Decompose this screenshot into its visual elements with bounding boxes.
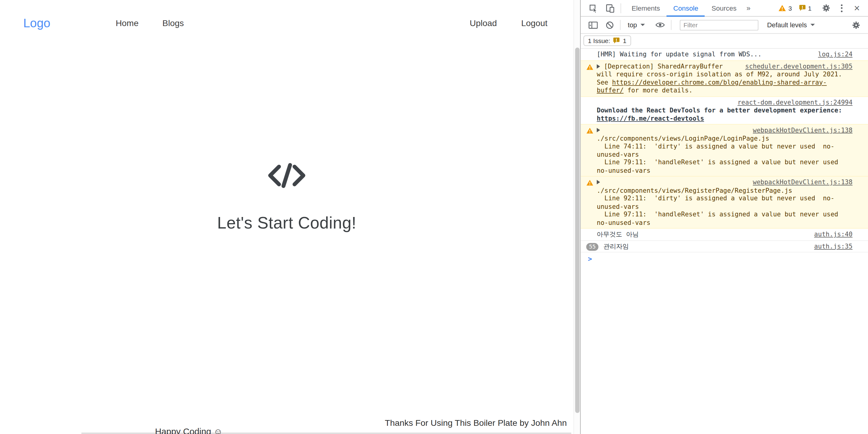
log-levels-selector[interactable]: Default levels [764, 21, 818, 29]
console-message: 55 auth.js:35 관리자임 [581, 241, 868, 252]
source-link[interactable]: auth.js:40 [814, 230, 852, 238]
close-devtools-icon[interactable]: × [850, 1, 864, 15]
console-warning-message: webpackHotDevClient.js:138 ./src/compone… [581, 124, 868, 177]
filter-input[interactable] [680, 20, 758, 30]
console-sidebar-toggle-icon[interactable] [586, 18, 599, 32]
expand-caret-icon[interactable] [597, 180, 600, 185]
page-scrollbar[interactable] [574, 0, 580, 434]
repeat-count-badge: 55 [586, 243, 598, 251]
chevron-down-icon [810, 24, 815, 26]
tab-elements[interactable]: Elements [625, 0, 666, 17]
clear-console-icon[interactable] [603, 18, 616, 32]
issue-bubble-icon [799, 4, 806, 12]
source-link[interactable]: webpackHotDevClient.js:138 [753, 178, 852, 186]
nav-item-logout[interactable]: Logout [521, 18, 548, 28]
warning-triangle-icon [778, 4, 786, 12]
page-title: Let's Start Coding! [0, 214, 574, 232]
web-page: Logo Home Blogs Upload Logout Let's Star… [0, 0, 574, 434]
console-messages: log.js:24 [HMR] Waiting for update signa… [581, 49, 868, 434]
footer-thanks-text: Thanks For Using This Boiler Plate by Jo… [385, 418, 567, 428]
issues-bar: 1 Issue: 1 [581, 34, 868, 49]
tab-sources[interactable]: Sources [705, 0, 743, 17]
live-expression-eye-icon[interactable] [654, 18, 667, 32]
devtools-settings-icon[interactable] [819, 1, 833, 15]
devtools-panel: Elements Console Sources » 3 1 [580, 0, 868, 434]
source-link[interactable]: webpackHotDevClient.js:138 [753, 126, 852, 134]
warning-triangle-icon [586, 63, 593, 72]
nav-item-blogs[interactable]: Blogs [162, 18, 184, 28]
console-message-text: ./src/components/views/RegisterPage/Regi… [597, 186, 852, 226]
more-tabs-icon[interactable]: » [743, 4, 754, 12]
console-warning-message: webpackHotDevClient.js:138 ./src/compone… [581, 176, 868, 229]
console-warning-message: scheduler.development.js:305 [Deprecatio… [581, 60, 868, 97]
issues-chip[interactable]: 1 Issue: 1 [583, 35, 631, 46]
warnings-count-badge[interactable]: 3 [778, 4, 792, 12]
console-prompt[interactable]: > [581, 252, 868, 264]
device-toolbar-icon[interactable] [603, 1, 617, 15]
source-link[interactable]: scheduler.development.js:305 [745, 62, 852, 70]
prompt-chevron-icon: > [588, 255, 592, 263]
warning-triangle-icon [586, 127, 593, 136]
inspect-element-icon[interactable] [587, 1, 600, 15]
console-toolbar: top Default levels [581, 17, 868, 34]
toolbar-divider [671, 20, 671, 30]
context-selector[interactable]: top [624, 21, 648, 29]
logo-link[interactable]: Logo [23, 16, 50, 30]
warning-triangle-icon [586, 179, 593, 188]
footer-happy-text: Happy Coding ☺ [155, 427, 222, 434]
expand-caret-icon[interactable] [597, 128, 600, 132]
toolbar-divider [620, 20, 621, 30]
source-link[interactable]: log.js:24 [818, 50, 852, 58]
devtools-tab-bar: Elements Console Sources » 3 1 [581, 0, 868, 17]
console-message: react-dom.development.js:24994 Download … [581, 97, 868, 125]
tab-console[interactable]: Console [667, 0, 705, 17]
console-settings-icon[interactable] [849, 18, 863, 32]
page-scrollbar-thumb[interactable] [575, 48, 580, 413]
console-message-text: [HMR] Waiting for update signal from WDS… [597, 50, 762, 58]
console-message-text: 아무것도 아님 [597, 230, 639, 238]
source-link[interactable]: auth.js:35 [814, 242, 852, 250]
message-url-link[interactable]: https://fb.me/react-devtools [597, 114, 704, 122]
source-link[interactable]: react-dom.development.js:24994 [737, 98, 852, 106]
site-header: Logo Home Blogs Upload Logout [0, 0, 574, 46]
issues-count-badge[interactable]: 1 [799, 4, 812, 12]
chevron-down-icon [641, 24, 645, 26]
console-message-text: Download the React DevTools for a better… [597, 106, 852, 122]
console-message: log.js:24 [HMR] Waiting for update signa… [581, 49, 868, 61]
console-message: auth.js:40 아무것도 아님 [581, 228, 868, 240]
nav-item-home[interactable]: Home [116, 18, 139, 28]
issue-bubble-icon [613, 37, 620, 44]
console-message-text: ./src/components/views/LoginPage/LoginPa… [597, 134, 852, 174]
screen: Logo Home Blogs Upload Logout Let's Star… [0, 0, 868, 434]
code-icon [267, 161, 307, 191]
nav-item-upload[interactable]: Upload [470, 18, 497, 28]
toolbar-divider [621, 3, 621, 13]
console-message-text: 관리자임 [603, 242, 629, 250]
expand-caret-icon[interactable] [597, 64, 600, 68]
devtools-menu-icon[interactable] [835, 1, 848, 15]
